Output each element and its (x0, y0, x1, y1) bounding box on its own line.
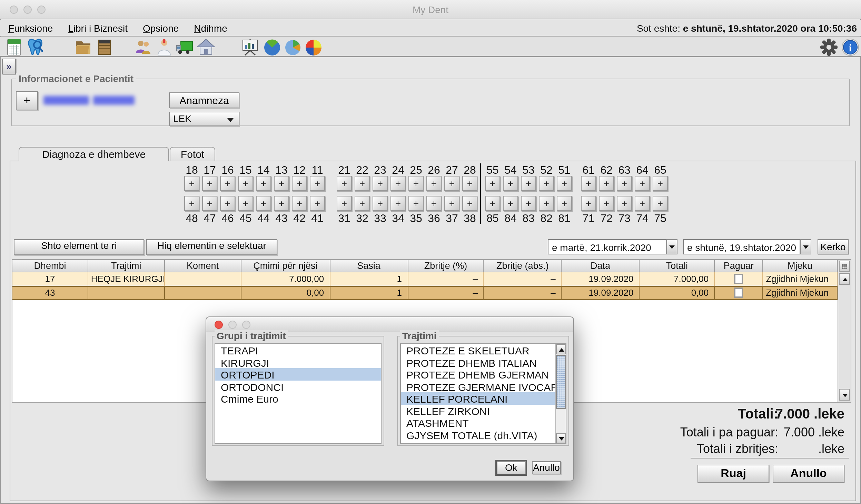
treatment-item[interactable]: PROTEZE DHEMB ITALIAN (401, 356, 555, 368)
tooth-add-button[interactable]: + (355, 196, 370, 211)
cell-zbritje_pct[interactable]: – (408, 286, 484, 300)
tooth-add-button[interactable]: + (462, 196, 477, 211)
treatment-group-item[interactable]: ORTODONCI (215, 380, 381, 392)
column-header-2[interactable]: Koment (165, 260, 241, 272)
add-patient-button[interactable]: + (16, 91, 38, 110)
tooth-add-button[interactable]: + (557, 196, 572, 211)
search-button[interactable]: Kerko (818, 239, 849, 254)
tooth-add-button[interactable]: + (426, 196, 442, 211)
folder-icon[interactable] (74, 38, 92, 57)
treatment-item[interactable]: GJYSEM TOTALE (... (401, 441, 555, 444)
tooth-add-button[interactable]: + (184, 176, 199, 191)
table-scrollbar[interactable]: ▦ (838, 259, 851, 403)
tooth-add-button[interactable]: + (635, 196, 650, 211)
treatment-scrollbar[interactable] (555, 344, 566, 443)
tooth-add-button[interactable]: + (444, 176, 459, 191)
table-row[interactable]: 17HEQJE KIRURGJI...7.000,001––19.09.2020… (12, 272, 838, 286)
treatment-scroll-thumb[interactable] (556, 355, 566, 409)
cell-trajtimi[interactable]: HEQJE KIRURGJI... (88, 272, 165, 286)
tooth-add-button[interactable]: + (238, 196, 253, 211)
cell-trajtimi[interactable] (88, 286, 165, 300)
currency-select[interactable]: LEK (169, 112, 239, 126)
menu-opsione[interactable]: Opsione (143, 23, 179, 34)
tooth-add-button[interactable]: + (310, 196, 325, 211)
tooth-add-button[interactable]: + (444, 196, 459, 211)
cell-mjeku[interactable]: Zgjidhni Mjekun (763, 286, 838, 300)
column-header-9[interactable]: Paguar (715, 260, 763, 272)
pie-chart-3-icon[interactable] (304, 38, 323, 57)
column-header-7[interactable]: Data (562, 260, 640, 272)
treatment-item[interactable]: PROTEZE E SKELETUAR (401, 344, 555, 356)
cell-cmimi[interactable]: 0,00 (241, 286, 330, 300)
cell-dhembi[interactable]: 43 (12, 286, 88, 300)
cell-totali[interactable]: 0,00 (640, 286, 715, 300)
tooth-add-button[interactable]: + (599, 196, 614, 211)
pie-chart-1-icon[interactable] (263, 38, 281, 57)
treatment-scroll-up-icon[interactable] (556, 344, 566, 354)
tooth-search-icon[interactable] (26, 38, 45, 57)
tooth-add-button[interactable]: + (521, 176, 536, 191)
tooth-add-button[interactable]: + (599, 176, 614, 191)
tooth-add-button[interactable]: + (220, 176, 235, 191)
tooth-add-button[interactable]: + (617, 176, 632, 191)
tooth-add-button[interactable]: + (426, 176, 442, 191)
tooth-add-button[interactable]: + (581, 196, 596, 211)
menu-ndihme[interactable]: Ndihme (194, 23, 227, 34)
cell-cmimi[interactable]: 7.000,00 (241, 272, 330, 286)
date-to-dropdown-icon[interactable] (800, 239, 811, 254)
column-header-10[interactable]: Mjeku (763, 260, 838, 272)
column-header-6[interactable]: Zbritje (abs.) (484, 260, 562, 272)
cell-sasia[interactable]: 1 (330, 272, 408, 286)
tooth-add-button[interactable]: + (503, 196, 518, 211)
cell-mjeku[interactable]: Zgjidhni Mjekun (763, 272, 838, 286)
info-icon[interactable]: i (841, 38, 860, 57)
tooth-add-button[interactable]: + (373, 176, 388, 191)
menu-funksione[interactable]: Funksione (8, 23, 53, 34)
tooth-add-button[interactable]: + (274, 196, 289, 211)
truck-icon[interactable] (175, 38, 194, 57)
home-icon[interactable] (197, 38, 215, 57)
tooth-add-button[interactable]: + (373, 196, 388, 211)
cell-sasia[interactable]: 1 (330, 286, 408, 300)
paid-checkbox[interactable] (734, 288, 743, 298)
tooth-add-button[interactable]: + (202, 196, 217, 211)
pie-chart-2-icon[interactable] (284, 38, 302, 57)
cell-paguar[interactable] (715, 286, 763, 300)
column-header-1[interactable]: Trajtimi (88, 260, 165, 272)
tooth-add-button[interactable]: + (184, 196, 199, 211)
column-header-3[interactable]: Çmimi për njësi (241, 260, 330, 272)
treatment-group-item[interactable]: ORTOPEDI (215, 368, 381, 380)
cell-zbritje_abs[interactable]: – (484, 286, 562, 300)
doctor-icon[interactable] (155, 38, 174, 57)
tooth-add-button[interactable]: + (653, 176, 668, 191)
tooth-add-button[interactable]: + (539, 196, 554, 211)
column-header-4[interactable]: Sasia (330, 260, 408, 272)
cell-zbritje_abs[interactable]: – (484, 272, 562, 286)
cell-koment[interactable] (165, 272, 241, 286)
tooth-add-button[interactable]: + (337, 176, 352, 191)
tooth-add-button[interactable]: + (337, 196, 352, 211)
menu-libri-i-biznesit[interactable]: Libri i Biznesit (68, 23, 128, 34)
scroll-up-icon[interactable] (839, 273, 850, 285)
treatment-item[interactable]: KELLEF PORCELANI (401, 392, 555, 404)
tooth-add-button[interactable]: + (202, 176, 217, 191)
presentation-chart-icon[interactable] (241, 38, 259, 57)
tooth-add-button[interactable]: + (617, 196, 632, 211)
treatment-item[interactable]: KELLEF ZIRKONI (401, 404, 555, 416)
tooth-add-button[interactable]: + (256, 176, 271, 191)
tooth-add-button[interactable]: + (220, 196, 235, 211)
remove-element-button[interactable]: Hiq elementin e selektuar (146, 239, 277, 255)
tooth-add-button[interactable]: + (408, 196, 424, 211)
dialog-close-icon[interactable] (215, 321, 223, 329)
tooth-add-button[interactable]: + (653, 196, 668, 211)
treatment-item[interactable]: ATASHMENT (401, 416, 555, 429)
settings-gear-icon[interactable] (820, 38, 838, 57)
tooth-add-button[interactable]: + (635, 176, 650, 191)
cell-zbritje_pct[interactable]: – (408, 272, 484, 286)
tooth-add-button[interactable]: + (292, 196, 307, 211)
cell-koment[interactable] (165, 286, 241, 300)
tooth-add-button[interactable]: + (408, 176, 424, 191)
tooth-add-button[interactable]: + (462, 176, 477, 191)
tooth-add-button[interactable]: + (503, 176, 518, 191)
tooth-add-button[interactable]: + (292, 176, 307, 191)
